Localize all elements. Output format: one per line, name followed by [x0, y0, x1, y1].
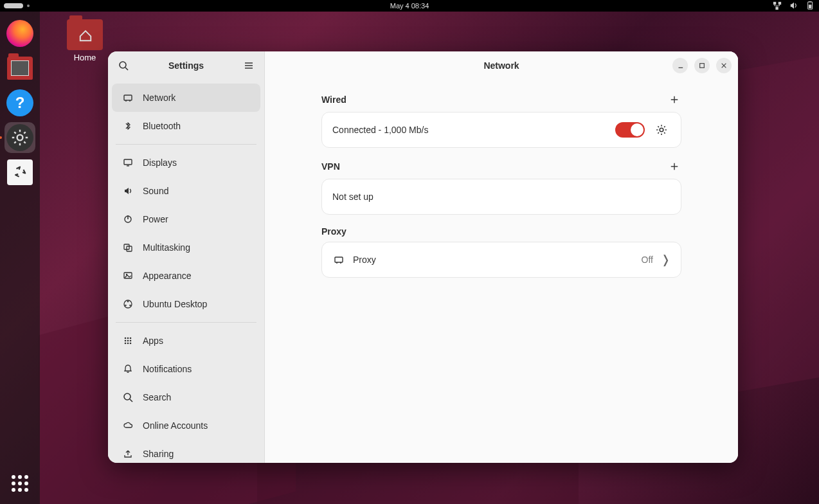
- sidebar-item-label: Ubuntu Desktop: [143, 299, 207, 309]
- dock-show-apps[interactable]: [4, 468, 35, 499]
- network-tray-icon[interactable]: [773, 1, 782, 10]
- trash-icon: [7, 159, 33, 185]
- sidebar-item-label: Sound: [143, 186, 168, 196]
- section-title-wired: Wired: [321, 94, 346, 105]
- add-wired-button[interactable]: [667, 93, 681, 107]
- activities-area[interactable]: [4, 3, 30, 8]
- notifications-icon: [122, 364, 134, 374]
- multitasking-icon: [122, 242, 134, 253]
- sidebar-item-notifications[interactable]: Notifications: [112, 355, 260, 383]
- settings-sidebar: Settings NetworkBluetoothDisplaysSoundPo…: [108, 51, 265, 463]
- apps-icon: [122, 336, 134, 346]
- sidebar-item-appearance[interactable]: Appearance: [112, 262, 260, 290]
- sidebar-separator: [116, 144, 256, 145]
- sidebar-item-sharing[interactable]: Sharing: [112, 440, 260, 463]
- vpn-card: Not set up: [321, 179, 681, 215]
- apps-grid-icon: [12, 475, 28, 492]
- sidebar-item-bluetooth[interactable]: Bluetooth: [112, 112, 260, 140]
- sidebar-item-label: Notifications: [143, 364, 192, 374]
- sidebar-item-label: Network: [143, 93, 176, 103]
- wired-status: Connected - 1,000 Mb/s: [332, 125, 608, 135]
- sidebar-item-search[interactable]: Search: [112, 383, 260, 411]
- sidebar-item-online-accounts[interactable]: Online Accounts: [112, 411, 260, 440]
- dock-item-trash[interactable]: [4, 157, 35, 188]
- desktop-icon-label: Home: [74, 53, 96, 62]
- search-icon: [122, 392, 134, 402]
- folder-home-icon: [67, 19, 103, 50]
- minimize-button[interactable]: [672, 58, 688, 73]
- proxy-card: Proxy Off ❭: [321, 242, 681, 278]
- section-title-proxy: Proxy: [321, 226, 346, 237]
- volume-tray-icon[interactable]: [789, 1, 798, 10]
- sidebar-separator: [116, 322, 256, 323]
- desktop-icon-home[interactable]: Home: [67, 19, 103, 62]
- sidebar-item-displays[interactable]: Displays: [112, 148, 260, 177]
- sidebar-item-apps[interactable]: Apps: [112, 327, 260, 355]
- wired-settings-button[interactable]: [652, 121, 670, 139]
- sidebar-item-label: Displays: [143, 158, 177, 168]
- proxy-icon: [332, 255, 345, 265]
- dock-item-firefox[interactable]: [4, 18, 35, 49]
- maximize-button[interactable]: [694, 58, 710, 73]
- proxy-row-label: Proxy: [353, 255, 634, 265]
- sidebar-item-power[interactable]: Power: [112, 205, 260, 233]
- sidebar-item-ubuntu-desktop[interactable]: Ubuntu Desktop: [112, 290, 260, 318]
- dock-item-files[interactable]: [4, 53, 35, 84]
- sharing-icon: [122, 449, 134, 459]
- sidebar-item-multitasking[interactable]: Multitasking: [112, 233, 260, 262]
- displays-icon: [122, 158, 134, 168]
- sound-icon: [122, 186, 134, 196]
- dock-item-settings[interactable]: [4, 122, 35, 153]
- sidebar-item-label: Appearance: [143, 271, 192, 281]
- sidebar-item-label: Bluetooth: [143, 121, 181, 131]
- section-title-vpn: VPN: [321, 161, 340, 172]
- sidebar-item-sound[interactable]: Sound: [112, 177, 260, 205]
- sidebar-title: Settings: [132, 60, 240, 71]
- network-icon: [122, 93, 134, 103]
- power-tray-icon[interactable]: [806, 1, 815, 10]
- sidebar-item-label: Search: [143, 392, 171, 402]
- dock: ?: [0, 12, 40, 504]
- vpn-status: Not set up: [332, 192, 670, 202]
- settings-icon: [6, 124, 33, 151]
- sidebar-item-label: Online Accounts: [143, 420, 208, 431]
- wired-card: Connected - 1,000 Mb/s: [321, 112, 681, 148]
- clock[interactable]: May 4 08:34: [390, 2, 429, 10]
- sidebar-menu-button[interactable]: [240, 57, 258, 75]
- content-title: Network: [483, 60, 519, 71]
- appearance-icon: [122, 271, 134, 281]
- sidebar-item-network[interactable]: Network: [112, 84, 260, 112]
- sidebar-search-button[interactable]: [114, 57, 132, 75]
- chevron-right-icon: ❭: [661, 253, 670, 267]
- proxy-value: Off: [642, 255, 653, 265]
- wired-toggle[interactable]: [615, 122, 645, 138]
- close-button[interactable]: [716, 58, 732, 73]
- sidebar-item-label: Apps: [143, 336, 163, 346]
- sidebar-item-label: Power: [143, 214, 168, 224]
- online-accounts-icon: [122, 420, 134, 431]
- files-icon: [7, 57, 33, 80]
- bluetooth-icon: [122, 121, 134, 131]
- sidebar-item-label: Multitasking: [143, 242, 190, 253]
- ubuntu-desktop-icon: [122, 299, 134, 309]
- proxy-row[interactable]: Proxy Off ❭: [322, 242, 681, 277]
- sidebar-item-label: Sharing: [143, 449, 174, 459]
- settings-content: Network Wired Connected - 1,000 Mb/s: [265, 51, 738, 463]
- settings-window: Settings NetworkBluetoothDisplaysSoundPo…: [108, 51, 738, 463]
- dock-item-help[interactable]: ?: [4, 87, 35, 118]
- help-icon: ?: [6, 89, 33, 116]
- add-vpn-button[interactable]: [667, 159, 681, 174]
- power-icon: [122, 214, 134, 224]
- top-bar: May 4 08:34: [0, 0, 819, 12]
- firefox-icon: [6, 20, 33, 47]
